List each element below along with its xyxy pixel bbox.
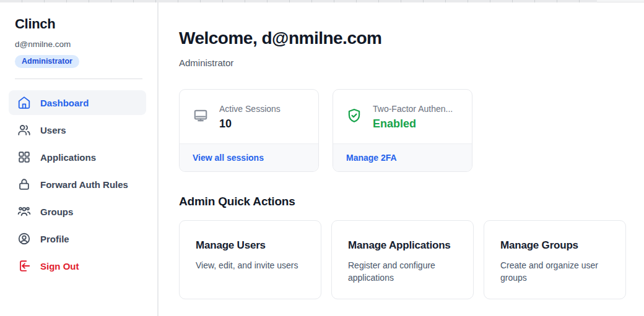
stat-cards-row: Active Sessions 10 View all sessions Two… <box>179 89 644 172</box>
page-subtitle: Administrator <box>179 58 644 68</box>
action-card-title: Manage Users <box>196 239 305 252</box>
action-card-description: Register and configure applications <box>348 259 457 284</box>
stat-card-footer: Manage 2FA <box>333 143 472 171</box>
sidebar-item-dashboard[interactable]: Dashboard <box>9 90 146 115</box>
shield-check-icon <box>346 108 362 124</box>
action-card-title: Manage Applications <box>348 239 457 252</box>
sidebar-item-users[interactable]: Users <box>9 117 146 142</box>
quick-actions-row: Manage Users View, edit, and invite user… <box>179 220 644 299</box>
sidebar-item-profile[interactable]: Profile <box>9 226 146 251</box>
sidebar-nav: Dashboard Users Applications Forward Aut… <box>0 90 157 278</box>
profile-icon <box>17 232 31 246</box>
stat-label: Two-Factor Authen... <box>373 104 453 114</box>
action-card-manage-groups[interactable]: Manage Groups Create and organize user g… <box>484 220 626 299</box>
sidebar-item-label: Profile <box>40 234 69 244</box>
stat-value: Enabled <box>373 117 453 130</box>
stat-card-two-factor: Two-Factor Authen... Enabled Manage 2FA <box>333 89 472 172</box>
sidebar-item-label: Dashboard <box>40 98 89 108</box>
action-card-description: Create and organize user groups <box>500 259 609 284</box>
view-all-sessions-link[interactable]: View all sessions <box>193 153 264 163</box>
home-icon <box>17 96 31 109</box>
user-email: d@nmilne.com <box>15 40 157 49</box>
sidebar-item-label: Sign Out <box>40 261 79 271</box>
sidebar-item-label: Applications <box>40 152 96 163</box>
action-card-description: View, edit, and invite users <box>196 259 305 271</box>
action-card-title: Manage Groups <box>500 239 609 252</box>
sidebar-item-groups[interactable]: Groups <box>9 199 146 224</box>
sidebar-item-label: Forward Auth Rules <box>40 179 128 190</box>
action-card-manage-applications[interactable]: Manage Applications Register and configu… <box>331 220 474 299</box>
stat-card-footer: View all sessions <box>180 143 318 171</box>
stat-card-active-sessions: Active Sessions 10 View all sessions <box>179 89 319 172</box>
users-icon <box>17 123 31 137</box>
sidebar-item-forward-auth-rules[interactable]: Forward Auth Rules <box>9 172 146 197</box>
brand-logo: Clinch <box>15 16 157 32</box>
sidebar-item-label: Users <box>40 125 66 135</box>
stat-value: 10 <box>219 117 281 130</box>
role-badge: Administrator <box>15 55 79 68</box>
groups-icon <box>17 205 31 218</box>
page-title: Welcome, d@nmilne.com <box>179 28 644 48</box>
action-card-manage-users[interactable]: Manage Users View, edit, and invite user… <box>179 220 321 299</box>
sidebar: Clinch d@nmilne.com Administrator Dashbo… <box>0 2 159 316</box>
sidebar-item-label: Groups <box>40 207 73 217</box>
lock-icon <box>17 177 31 191</box>
main-content: Welcome, d@nmilne.com Administrator Acti… <box>160 2 644 316</box>
manage-2fa-link[interactable]: Manage 2FA <box>346 153 397 163</box>
sidebar-item-sign-out[interactable]: Sign Out <box>9 254 146 278</box>
quick-actions-heading: Admin Quick Actions <box>179 195 644 208</box>
sign-out-icon <box>17 259 31 273</box>
monitor-icon <box>193 108 209 124</box>
stat-label: Active Sessions <box>219 104 281 114</box>
grid-icon <box>17 150 31 164</box>
sidebar-divider <box>15 79 142 79</box>
sidebar-item-applications[interactable]: Applications <box>9 145 146 169</box>
